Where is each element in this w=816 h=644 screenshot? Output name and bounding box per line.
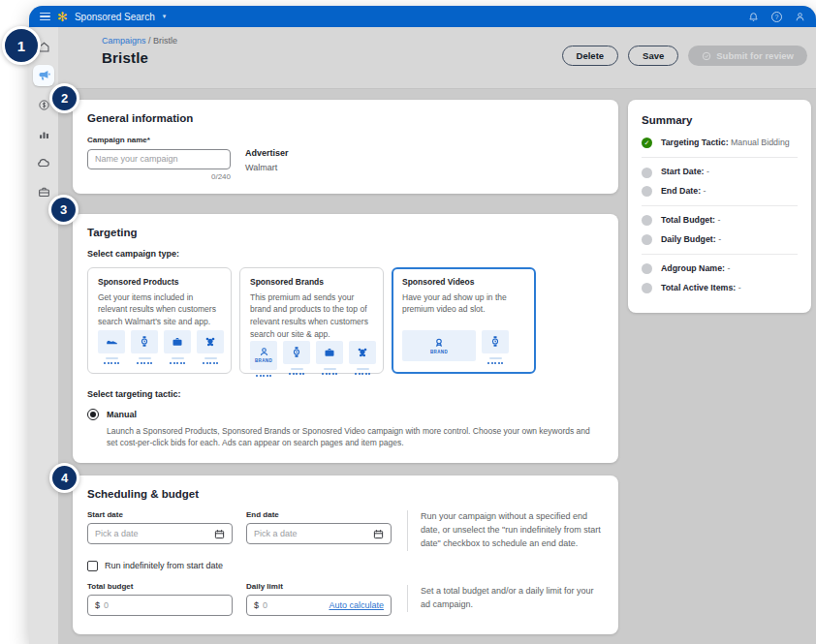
general-information-card: General information Campaign name* 0/240… (73, 100, 618, 194)
status-pending-icon (642, 234, 652, 245)
watch-icon (283, 341, 310, 364)
watch-icon (482, 330, 509, 353)
summary-label: Adgroup Name: (661, 263, 725, 273)
campaign-type-sponsored-videos[interactable]: Sponsored Videos Have your ad show up in… (392, 267, 536, 374)
bell-icon[interactable] (748, 12, 759, 22)
topbar-right: ? (748, 12, 805, 22)
status-pending-icon (642, 215, 652, 226)
type-card-description: Have your ad show up in the premium vide… (402, 291, 525, 317)
summary-label: Total Active Items: (661, 283, 736, 292)
app-title[interactable]: Sponsored Search (75, 12, 155, 22)
calendar-icon[interactable] (373, 529, 384, 539)
end-date-field[interactable] (246, 523, 392, 544)
start-date-field[interactable] (87, 523, 233, 544)
walmart-spark-icon: ✻ (57, 11, 68, 23)
summary-row-total-active-items: Total Active Items: - (642, 283, 798, 293)
general-information-heading: General information (87, 112, 604, 124)
shoe-icon (98, 330, 125, 353)
summary-card: Summary ✓ Targeting Tactic: Manual Biddi… (628, 100, 811, 313)
delete-button[interactable]: Delete (562, 46, 619, 66)
help-icon[interactable]: ? (771, 12, 782, 22)
total-budget-field[interactable]: $ (87, 595, 233, 616)
daily-limit-field[interactable]: $ Auto calculate (246, 595, 392, 616)
run-indefinitely-label: Run indefinitely from start date (105, 561, 223, 570)
targeting-heading: Targeting (87, 227, 604, 238)
run-indefinitely-checkbox[interactable] (87, 561, 98, 571)
manual-radio[interactable] (87, 409, 99, 420)
campaign-type-sponsored-products[interactable]: Sponsored Products Get your items includ… (87, 267, 232, 374)
rating-dots (256, 375, 271, 377)
summary-label: Targeting Tactic: (661, 138, 729, 147)
page-header: Campaigns / Bristle Bristle Delete Save (58, 27, 816, 89)
summary-row-total-budget: Total Budget: - (642, 215, 798, 226)
breadcrumb: Campaigns / Bristle (102, 36, 806, 46)
targeting-tactic-label: Select targeting tactic: (87, 389, 604, 399)
character-counter: 0/240 (87, 172, 231, 181)
submit-label: Submit for review (716, 50, 794, 61)
watch-icon (131, 330, 158, 353)
start-date-group: Start date (87, 510, 233, 551)
calendar-icon[interactable] (214, 529, 225, 539)
menu-icon[interactable] (40, 13, 50, 21)
annotation-step-1: 1 (2, 26, 41, 65)
breadcrumb-current: Bristle (153, 36, 177, 46)
type-card-title: Sponsored Videos (402, 277, 525, 287)
rating-dots (355, 373, 370, 375)
end-date-group: End date (246, 510, 392, 551)
products-illustration (98, 330, 221, 364)
teddy-bear-icon (349, 341, 376, 364)
type-card-title: Sponsored Products (98, 277, 221, 287)
sidebar-item-reports[interactable] (33, 123, 54, 144)
start-date-input[interactable] (95, 529, 209, 538)
save-button[interactable]: Save (628, 46, 678, 66)
total-budget-input[interactable] (104, 600, 142, 610)
summary-label: End Date: (661, 186, 701, 196)
campaign-name-label: Campaign name* (87, 136, 231, 144)
annotation-step-3: 3 (48, 195, 78, 225)
daily-limit-input[interactable] (263, 600, 301, 610)
type-card-title: Sponsored Brands (250, 277, 373, 287)
campaign-type-sponsored-brands[interactable]: Sponsored Brands This premium ad sends y… (239, 267, 384, 374)
annotation-step-4: 4 (49, 463, 79, 493)
total-budget-group: Total budget $ (87, 582, 233, 616)
page: ✻ Sponsored Search ▾ ? (0, 0, 816, 644)
advertiser-label: Advertiser (245, 148, 289, 158)
brands-illustration: BRAND (250, 341, 373, 377)
summary-value: - (704, 186, 706, 196)
currency-prefix: $ (254, 600, 259, 610)
rating-dots (487, 362, 503, 364)
cloud-icon (37, 156, 50, 169)
end-date-input[interactable] (254, 529, 368, 538)
megaphone-icon (37, 69, 50, 82)
sidebar-item-uploads[interactable] (33, 152, 54, 173)
sidebar-item-campaigns[interactable] (33, 65, 54, 86)
sidebar (29, 27, 58, 644)
summary-value: - (706, 167, 709, 176)
summary-row-adgroup-name: Adgroup Name: - (642, 263, 798, 274)
advertiser-group: Advertiser Walmart (245, 136, 289, 181)
brand-label: BRAND (430, 350, 448, 354)
status-pending-icon (642, 186, 652, 197)
summary-label: Total Budget: (661, 215, 715, 225)
auto-calculate-link[interactable]: Auto calculate (329, 600, 384, 610)
campaign-name-input[interactable] (87, 149, 231, 169)
user-icon[interactable] (795, 12, 805, 22)
divider (642, 205, 798, 206)
summary-value: - (738, 283, 741, 292)
breadcrumb-separator: / (148, 36, 151, 46)
app-window: ✻ Sponsored Search ▾ ? (29, 6, 816, 644)
submit-for-review-button[interactable]: Submit for review (688, 46, 807, 66)
status-pending-icon (642, 168, 652, 178)
summary-value: - (717, 215, 720, 225)
type-card-description: This premium ad sends your brand and pro… (250, 291, 373, 341)
summary-label: Daily Budget: (661, 234, 716, 244)
rating-dots (203, 362, 218, 364)
advertiser-value: Walmart (245, 163, 289, 172)
breadcrumb-campaigns-link[interactable]: Campaigns (102, 36, 146, 46)
briefcase-product-icon (316, 341, 343, 364)
brand-medal-icon: BRAND (402, 330, 476, 361)
check-circle-icon (702, 51, 711, 61)
rating-dots (322, 373, 337, 375)
top-bar: ✻ Sponsored Search ▾ ? (29, 6, 816, 27)
chevron-down-icon[interactable]: ▾ (163, 13, 167, 20)
